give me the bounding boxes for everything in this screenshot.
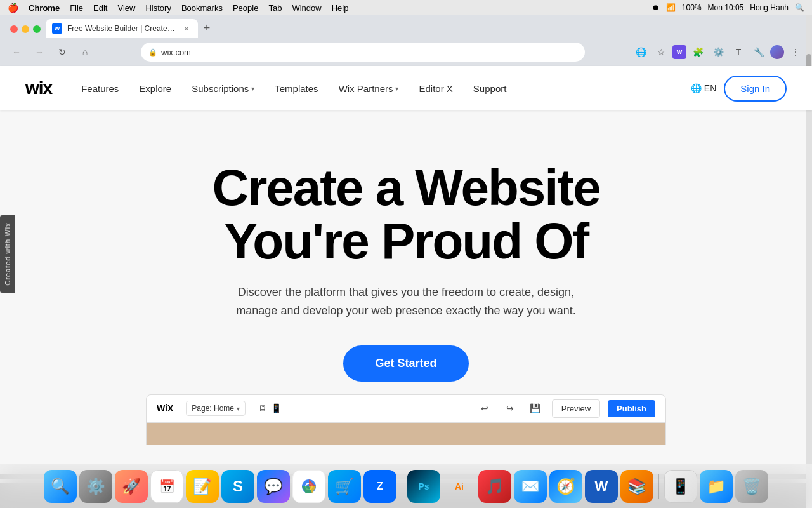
close-window-button[interactable]	[10, 25, 18, 33]
back-button[interactable]: ←	[8, 43, 25, 61]
extensions-button[interactable]: 🧩	[689, 43, 707, 61]
minimize-window-button[interactable]	[22, 25, 29, 33]
new-tab-button[interactable]: +	[198, 19, 216, 37]
wifi-icon: 📶	[666, 3, 676, 12]
menubar-left: 🍎 Chrome File Edit View History Bookmark…	[8, 3, 348, 13]
menubar-window[interactable]: Window	[292, 3, 321, 13]
bookmark-button[interactable]: ☆	[652, 43, 670, 61]
dock-chrome[interactable]	[292, 470, 325, 503]
publish-button[interactable]: Publish	[608, 400, 655, 417]
dock-skype[interactable]: S	[221, 470, 254, 503]
dock-trash[interactable]: 🗑️	[735, 470, 768, 503]
tab-favicon: W	[52, 23, 62, 34]
page-selector-chevron: ▾	[237, 405, 240, 412]
chrome-logo-icon	[299, 476, 319, 497]
apple-menu[interactable]: 🍎	[8, 3, 18, 13]
preview-button[interactable]: Preview	[552, 399, 600, 418]
wix-logo[interactable]: wix	[25, 78, 52, 98]
translate-page-button[interactable]: T	[730, 43, 747, 61]
maximize-window-button[interactable]	[33, 25, 41, 33]
dock-photoshop[interactable]: Ps	[407, 470, 440, 503]
reload-button[interactable]: ↻	[53, 43, 71, 61]
dock-system-prefs[interactable]: ⚙️	[79, 470, 112, 503]
wix-site: wix Features Explore Subscriptions ▾ Tem…	[0, 66, 812, 483]
lock-icon: 🔒	[148, 48, 157, 57]
editor-canvas-preview	[147, 423, 665, 445]
chrome-menu-button[interactable]: ⋮	[787, 43, 804, 61]
editor-toolbar: WiX Page: Home ▾ 🖥 📱 ↩ ↪ 💾 Preview Publi…	[147, 395, 665, 423]
hero-subtitle: Discover the platform that gives you the…	[216, 283, 596, 320]
dock-iphone[interactable]: 📱	[664, 470, 697, 503]
hero-title: Create a Website You're Proud Of	[121, 161, 691, 268]
wix-extension-icon[interactable]: W	[672, 45, 686, 59]
menubar-bookmarks[interactable]: Bookmarks	[181, 3, 223, 13]
language-label: EN	[704, 83, 716, 93]
globe-icon: 🌐	[691, 83, 702, 93]
wix-nav-links: Features Explore Subscriptions ▾ Templat…	[72, 78, 691, 99]
nav-editor-x[interactable]: Editor X	[410, 78, 461, 99]
dock-illustrator[interactable]: Ai	[443, 470, 476, 503]
user-name: Hong Hanh	[750, 3, 789, 12]
menubar-tab[interactable]: Tab	[268, 3, 282, 13]
language-selector[interactable]: 🌐 EN	[691, 83, 716, 93]
nav-subscriptions[interactable]: Subscriptions ▾	[183, 78, 263, 99]
menubar-file[interactable]: File	[70, 3, 83, 13]
home-button[interactable]: ⌂	[76, 43, 94, 61]
dock-divider	[402, 474, 402, 499]
subscriptions-chevron: ▾	[251, 85, 254, 92]
dock-mail[interactable]: ✉️	[514, 470, 547, 503]
settings-button[interactable]: ⚙️	[709, 43, 727, 61]
menubar-app-name[interactable]: Chrome	[29, 3, 60, 13]
nav-explore[interactable]: Explore	[130, 78, 180, 99]
menubar-people[interactable]: People	[233, 3, 258, 13]
dock-divider-2	[658, 474, 659, 499]
menubar-history[interactable]: History	[145, 3, 171, 13]
dock-safari[interactable]: 🧭	[549, 470, 582, 503]
dock-messenger[interactable]: 💬	[257, 470, 290, 503]
dock-calendar[interactable]: 📅	[150, 470, 183, 503]
dock-finder[interactable]: 🔍	[44, 470, 77, 503]
sign-in-button[interactable]: Sign In	[724, 76, 787, 102]
device-icons: 🖥 📱	[258, 403, 282, 413]
browser-tab-active[interactable]: W Free Website Builder | Create a... ×	[46, 19, 198, 38]
dock-notes[interactable]: 📝	[186, 470, 219, 503]
dock-word[interactable]: W	[585, 470, 618, 503]
forward-button[interactable]: →	[30, 43, 48, 61]
menubar-right: ⏺ 📶 100% Mon 10:05 Hong Hanh 🔍	[652, 3, 804, 12]
undo-button[interactable]: ↩	[476, 399, 494, 417]
tab-title: Free Website Builder | Create a...	[67, 24, 176, 33]
redo-button[interactable]: ↪	[501, 399, 519, 417]
macos-menubar: 🍎 Chrome File Edit View History Bookmark…	[0, 0, 812, 15]
menubar-edit[interactable]: Edit	[93, 3, 107, 13]
desktop-icon[interactable]: 🖥	[258, 403, 267, 413]
nav-templates[interactable]: Templates	[266, 78, 327, 99]
save-button[interactable]: 💾	[527, 399, 544, 417]
dock-books[interactable]: 📚	[620, 470, 653, 503]
translate-button[interactable]: 🌐	[632, 43, 650, 61]
url-bar[interactable]: 🔒 wix.com	[141, 43, 585, 62]
dock-files[interactable]: 📁	[700, 470, 733, 503]
menubar-help[interactable]: Help	[332, 3, 349, 13]
nav-wix-partners[interactable]: Wix Partners ▾	[330, 78, 408, 99]
dock-music[interactable]: 🎵	[478, 470, 511, 503]
wix-nav-right: 🌐 EN Sign In	[691, 76, 787, 102]
get-started-button[interactable]: Get Started	[343, 345, 468, 382]
page-selector[interactable]: Page: Home ▾	[186, 401, 246, 416]
tab-close-button[interactable]: ×	[181, 23, 192, 34]
nav-features[interactable]: Features	[72, 78, 128, 99]
profile-avatar[interactable]	[770, 45, 784, 59]
dock-zalo[interactable]: Z	[363, 470, 396, 503]
dock-launchpad[interactable]: 🚀	[115, 470, 148, 503]
more-tools-button[interactable]: 🔧	[750, 43, 768, 61]
battery-indicator: 100%	[682, 3, 702, 12]
wix-navigation: wix Features Explore Subscriptions ▾ Tem…	[0, 66, 812, 110]
menubar-view[interactable]: View	[117, 3, 135, 13]
tab-area: W Free Website Builder | Create a... × +	[46, 19, 807, 38]
created-with-wix-banner[interactable]: Created with Wix	[0, 215, 15, 293]
mobile-icon[interactable]: 📱	[271, 403, 282, 413]
url-text: wix.com	[161, 48, 191, 57]
wix-logo-text: wix	[25, 78, 52, 98]
dock-appstore[interactable]: 🛒	[328, 470, 361, 503]
nav-support[interactable]: Support	[464, 78, 516, 99]
search-menubar-icon[interactable]: 🔍	[795, 3, 804, 12]
